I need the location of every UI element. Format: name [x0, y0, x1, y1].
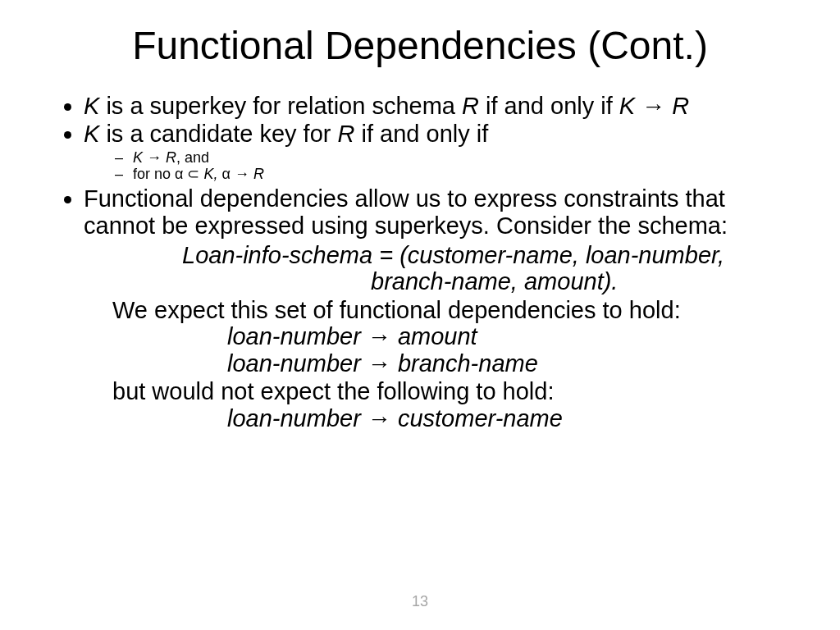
text: if and only if	[354, 121, 488, 147]
slide-title: Functional Dependencies (Cont.)	[41, 25, 799, 68]
fd-left: loan-number	[227, 323, 368, 349]
fd-1: loan-number → amount	[84, 323, 799, 349]
text: for no	[133, 166, 175, 182]
expect-text: We expect this set of functional depende…	[84, 297, 799, 323]
fd-3: loan-number → customer-name	[84, 405, 799, 431]
var-k: K	[84, 121, 99, 147]
subset-icon: ⊂	[187, 166, 199, 182]
alpha-icon: α	[175, 166, 187, 182]
text: Functional dependencies allow us to expr…	[84, 185, 728, 238]
var-k: K	[619, 93, 641, 119]
text: is a superkey for relation schema	[99, 93, 462, 119]
var-k: K	[133, 149, 147, 166]
arrow-icon: →	[147, 149, 162, 166]
slide-body: K is a superkey for relation schema R if…	[41, 93, 799, 431]
arrow-icon: →	[235, 166, 249, 182]
bullet-item-1: K is a superkey for relation schema R if…	[84, 93, 799, 119]
arrow-icon: →	[641, 93, 665, 119]
fd-right: branch-name	[391, 350, 538, 377]
bullet-item-3: Functional dependencies allow us to expr…	[84, 185, 799, 431]
bullet-list: K is a superkey for relation schema R if…	[41, 93, 799, 431]
var-r: R	[162, 149, 176, 166]
sub-item-1: K → R, and	[133, 149, 799, 166]
fd-right: amount	[391, 323, 477, 349]
text: is a candidate key for	[99, 121, 337, 147]
var-r: R	[665, 93, 689, 119]
var-r: R	[249, 166, 264, 182]
fd-left: loan-number	[227, 405, 368, 431]
arrow-icon: →	[368, 323, 391, 349]
schema-line-1: Loan-info-schema = (customer-name, loan-…	[84, 242, 799, 268]
alpha-icon: α	[221, 166, 234, 182]
sub-item-2: for no α ⊂ K, α → R	[133, 166, 799, 182]
fd-2: loan-number → branch-name	[84, 350, 799, 377]
slide: Functional Dependencies (Cont.) K is a s…	[0, 0, 840, 630]
notexpect-text: but would not expect the following to ho…	[84, 378, 799, 404]
bullet-item-2: K is a candidate key for R if and only i…	[84, 121, 799, 182]
text: if and only if	[479, 93, 619, 119]
arrow-icon: →	[368, 405, 391, 431]
var-k: K	[84, 93, 99, 119]
var-r: R	[338, 121, 355, 147]
fd-left: loan-number	[227, 350, 368, 377]
fd-right: customer-name	[391, 405, 563, 431]
page-number: 13	[0, 593, 840, 610]
var-k: K,	[199, 166, 221, 182]
arrow-icon: →	[368, 350, 391, 377]
var-r: R	[462, 93, 479, 119]
schema-line-2: branch-name, amount).	[84, 268, 799, 294]
text: , and	[176, 149, 209, 166]
sub-list: K → R, and for no α ⊂ K, α → R	[84, 149, 799, 182]
